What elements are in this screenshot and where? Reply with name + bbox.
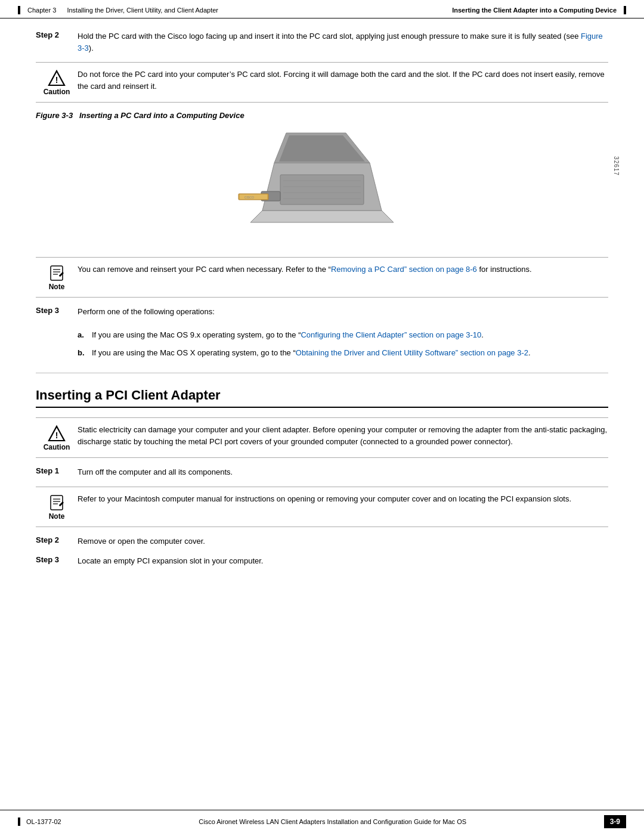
footer-center: Cisco Aironet Wireless LAN Client Adapte… (61, 818, 604, 825)
step3-pc-content: Perform one of the following operations:… (78, 306, 608, 364)
caution1-block: ! Caution Do not force the PC card into … (36, 62, 608, 103)
caution2-block: ! Caution Static electricity can damage … (36, 417, 608, 458)
page-content: Step 2 Hold the PC card with the Cisco l… (0, 18, 644, 810)
step3-pci-label: Step 3 (36, 555, 78, 564)
step3-pc-row: Step 3 Perform one of the following oper… (36, 306, 608, 364)
svg-rect-15 (51, 266, 63, 280)
figure-number: 32617 (613, 156, 620, 176)
step3-pc-label: Step 3 (36, 306, 78, 315)
note2-icon-col: Note (36, 493, 78, 521)
page-footer: OL-1377-02 Cisco Aironet Wireless LAN Cl… (0, 810, 644, 833)
footer-page-number: 3-9 (604, 815, 626, 828)
substep-a-text-before: If you are using the Mac OS 9.x operatin… (92, 330, 301, 339)
step2-pci-row: Step 2 Remove or open the computer cover… (36, 535, 608, 547)
substep-a-label: a. (78, 329, 92, 341)
note1-block: Note You can remove and reinsert your PC… (36, 257, 608, 298)
svg-text:!: ! (55, 431, 58, 440)
header-left-bar (18, 6, 20, 14)
note2-block: Note Refer to your Macintosh computer ma… (36, 487, 608, 527)
substep-a-text-after: . (481, 330, 484, 339)
note2-label: Note (49, 512, 65, 521)
svg-rect-23 (51, 496, 63, 510)
caution2-triangle-icon: ! (48, 425, 66, 442)
substep-a: a. If you are using the Mac OS 9.x opera… (78, 329, 608, 341)
figure-caption-text: Figure 3-3 Inserting a PC Card into a Co… (36, 111, 244, 120)
header-chapter-sep (60, 7, 63, 14)
svg-rect-4 (280, 175, 364, 205)
step2-pc-row: Step 2 Hold the PC card with the Cisco l… (36, 30, 608, 54)
note2-text: Refer to your Macintosh computer manual … (78, 493, 608, 505)
substep-b: b. If you are using the Mac OS X operati… (78, 347, 608, 359)
figure-container: CISCO 32617 (36, 127, 608, 246)
note2-pencil-icon (48, 494, 65, 511)
pc-card-illustration: CISCO (227, 127, 417, 246)
step2-pc-label: Step 2 (36, 30, 78, 39)
caution2-text: Static electricity can damage your compu… (78, 424, 608, 447)
caution1-icon-col: ! Caution (36, 69, 78, 96)
header-right: Inserting the Client Adapter into a Comp… (452, 6, 626, 14)
substep-b-link[interactable]: Obtaining the Driver and Client Utility … (296, 348, 528, 357)
footer-doc-number: OL-1377-02 (26, 818, 61, 825)
svg-marker-13 (279, 135, 365, 162)
header-right-text: Inserting the Client Adapter into a Comp… (452, 7, 617, 14)
step3-pci-content: Locate an empty PCI expansion slot in yo… (78, 555, 608, 567)
caution1-text: Do not force the PC card into your compu… (78, 69, 608, 92)
substep-a-link[interactable]: Configuring the Client Adapter” section … (301, 330, 481, 339)
header-left: Chapter 3 Installing the Driver, Client … (18, 6, 218, 14)
step1-pci-row: Step 1 Turn off the computer and all its… (36, 466, 608, 478)
svg-text:!: ! (55, 75, 58, 85)
header-chapter: Chapter 3 (27, 7, 56, 14)
substep-b-text-after: . (528, 348, 531, 357)
header-right-bar (624, 6, 626, 14)
figure-caption: Figure 3-3 Inserting a PC Card into a Co… (36, 111, 608, 120)
step1-pci-label: Step 1 (36, 466, 78, 475)
note1-text-before: You can remove and reinsert your PC card… (78, 265, 331, 274)
caution2-icon-col: ! Caution (36, 424, 78, 451)
footer-left: OL-1377-02 (18, 817, 61, 826)
note1-text: You can remove and reinsert your PC card… (78, 264, 608, 275)
step3-pci-row: Step 3 Locate an empty PCI expansion slo… (36, 555, 608, 567)
page-header: Chapter 3 Installing the Driver, Client … (0, 0, 644, 18)
substep-b-text-before: If you are using the Mac OS X operating … (92, 348, 296, 357)
svg-marker-2 (250, 210, 394, 222)
step2-pc-text: Hold the PC card with the Cisco logo fac… (78, 32, 581, 41)
note1-text-after: for instructions. (477, 265, 532, 274)
section-heading: Inserting a PCI Client Adapter (36, 388, 608, 408)
note-pencil-icon (48, 265, 65, 281)
section-divider (36, 373, 608, 373)
step2-pc-text-after: ). (89, 44, 94, 52)
caution1-label: Caution (44, 88, 70, 96)
step3-pc-text: Perform one of the following operations: (78, 306, 608, 318)
step2-pci-content: Remove or open the computer cover. (78, 535, 608, 547)
footer-left-bar (18, 817, 20, 826)
substep-b-label: b. (78, 347, 92, 359)
step1-pci-content: Turn off the computer and all its compon… (78, 466, 608, 478)
note1-icon-col: Note (36, 264, 78, 291)
svg-text:CISCO: CISCO (244, 196, 254, 199)
note1-label: Note (49, 283, 65, 291)
caution-triangle-icon: ! (48, 70, 66, 86)
note1-link[interactable]: Removing a PC Card” section on page 8-6 (331, 265, 477, 274)
caution2-label: Caution (44, 443, 70, 451)
substep-b-content: If you are using the Mac OS X operating … (92, 347, 608, 359)
step2-pc-content: Hold the PC card with the Cisco logo fac… (78, 30, 608, 54)
header-chapter-desc: Installing the Driver, Client Utility, a… (67, 7, 218, 14)
substep-a-content: If you are using the Mac OS 9.x operatin… (92, 329, 608, 341)
step2-pci-label: Step 2 (36, 535, 78, 544)
